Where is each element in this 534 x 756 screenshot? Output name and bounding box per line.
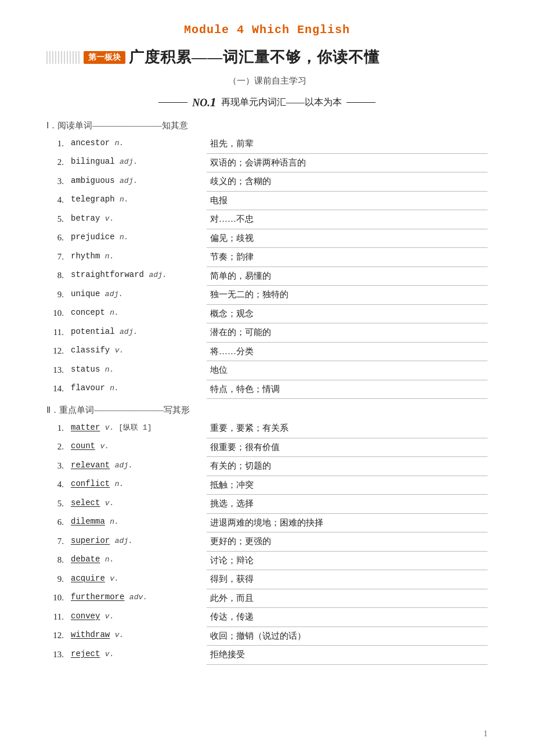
list-item: 10. concept n. 概念；观念 <box>46 304 488 323</box>
item-number: 2. <box>46 438 67 457</box>
item-number: 4. <box>46 191 67 210</box>
section1-header: Ⅰ．阅读单词————————知其意 <box>46 120 488 131</box>
list-item: 1. matter v. [纵联 1] 重要，要紧；有关系 <box>46 419 488 438</box>
item-meaning: 此外，而且 <box>207 589 488 608</box>
list-item: 12. classify v. 将……分类 <box>46 342 488 361</box>
item-meaning: 重要，要紧；有关系 <box>207 419 488 438</box>
list-item: 8. straightforward adj. 简单的，易懂的 <box>46 267 488 286</box>
vocab-table-1: 1. ancestor n. 祖先，前辈 2. bilingual adj. 双… <box>46 135 488 399</box>
item-word: concept n. <box>67 304 207 323</box>
item-number: 5. <box>46 210 67 229</box>
list-item: 4. conflict n. 抵触；冲突 <box>46 476 488 495</box>
list-item: 4. telegraph n. 电报 <box>46 191 488 210</box>
item-meaning: 双语的；会讲两种语言的 <box>207 153 488 172</box>
list-item: 2. bilingual adj. 双语的；会讲两种语言的 <box>46 153 488 172</box>
item-meaning: 收回；撤销（说过的话） <box>207 627 488 646</box>
item-word: relevant adj. <box>67 457 207 476</box>
item-word: dilemma n. <box>67 513 207 532</box>
item-word: flavour n. <box>67 380 207 399</box>
vocab-table-2: 1. matter v. [纵联 1] 重要，要紧；有关系 2. count v… <box>46 419 488 665</box>
item-meaning: 将……分类 <box>207 342 488 361</box>
item-word: convey v. <box>67 608 207 627</box>
item-number: 3. <box>46 172 67 192</box>
item-word: ancestor n. <box>67 135 207 153</box>
item-meaning: 节奏；韵律 <box>207 248 488 267</box>
item-meaning: 歧义的；含糊的 <box>207 172 488 192</box>
list-item: 5. betray v. 对……不忠 <box>46 210 488 229</box>
list-item: 10. furthermore adv. 此外，而且 <box>46 589 488 608</box>
list-item: 8. debate n. 讨论；辩论 <box>46 551 488 570</box>
item-number: 3. <box>46 457 67 476</box>
item-meaning: 偏见；歧视 <box>207 229 488 248</box>
item-number: 10. <box>46 589 67 608</box>
list-item: 13. reject v. 拒绝接受 <box>46 646 488 665</box>
section-banner: 第一板块 广度积累——词汇量不够，你读不懂 <box>46 47 488 67</box>
item-number: 6. <box>46 513 67 532</box>
item-number: 13. <box>46 361 67 380</box>
list-item: 13. status n. 地位 <box>46 361 488 380</box>
item-meaning: 拒绝接受 <box>207 646 488 665</box>
item-number: 2. <box>46 153 67 172</box>
item-number: 7. <box>46 248 67 267</box>
item-word: superior adj. <box>67 532 207 552</box>
item-meaning: 简单的，易懂的 <box>207 267 488 286</box>
item-meaning: 特点，特色；情调 <box>207 380 488 399</box>
item-number: 8. <box>46 551 67 570</box>
item-meaning: 抵触；冲突 <box>207 476 488 495</box>
item-meaning: 概念；观念 <box>207 304 488 323</box>
item-word: select v. <box>67 495 207 514</box>
page-number: 1 <box>484 729 488 739</box>
list-item: 9. acquire v. 得到，获得 <box>46 570 488 589</box>
item-meaning: 传达，传递 <box>207 608 488 627</box>
item-number: 9. <box>46 570 67 589</box>
item-word: conflict n. <box>67 476 207 495</box>
list-item: 12. withdraw v. 收回；撤销（说过的话） <box>46 627 488 646</box>
item-word: reject v. <box>67 646 207 665</box>
item-meaning: 很重要；很有价值 <box>207 438 488 457</box>
item-number: 12. <box>46 342 67 361</box>
item-number: 7. <box>46 532 67 552</box>
item-word: furthermore adv. <box>67 589 207 608</box>
item-number: 11. <box>46 323 67 343</box>
item-number: 11. <box>46 608 67 627</box>
item-meaning: 潜在的；可能的 <box>207 323 488 343</box>
section2-header: Ⅱ．重点单词————————写其形 <box>46 405 488 416</box>
no1-section-title: NO.1 再现单元内词汇——以本为本 <box>46 95 488 110</box>
item-word: telegraph n. <box>67 191 207 210</box>
list-item: 11. potential adj. 潜在的；可能的 <box>46 323 488 343</box>
item-word: ambiguous adj. <box>67 172 207 192</box>
item-meaning: 得到，获得 <box>207 570 488 589</box>
item-number: 6. <box>46 229 67 248</box>
item-word: debate n. <box>67 551 207 570</box>
list-item: 2. count v. 很重要；很有价值 <box>46 438 488 457</box>
right-dash <box>347 102 376 103</box>
item-meaning: 进退两难的境地；困难的抉择 <box>207 513 488 532</box>
list-item: 5. select v. 挑选，选择 <box>46 495 488 514</box>
left-dash <box>158 102 187 103</box>
item-meaning: 祖先，前辈 <box>207 135 488 153</box>
item-meaning: 独一无二的；独特的 <box>207 286 488 305</box>
item-meaning: 地位 <box>207 361 488 380</box>
item-meaning: 有关的；切题的 <box>207 457 488 476</box>
list-item: 14. flavour n. 特点，特色；情调 <box>46 380 488 399</box>
item-number: 13. <box>46 646 67 665</box>
item-number: 12. <box>46 627 67 646</box>
item-word: unique adj. <box>67 286 207 305</box>
list-item: 3. relevant adj. 有关的；切题的 <box>46 457 488 476</box>
item-number: 10. <box>46 304 67 323</box>
item-number: 5. <box>46 495 67 514</box>
banner-text: 广度积累——词汇量不够，你读不懂 <box>129 47 380 67</box>
list-item: 11. convey v. 传达，传递 <box>46 608 488 627</box>
list-item: 3. ambiguous adj. 歧义的；含糊的 <box>46 172 488 192</box>
item-meaning: 电报 <box>207 191 488 210</box>
no1-text: 再现单元内词汇——以本为本 <box>221 96 342 109</box>
item-word: prejudice n. <box>67 229 207 248</box>
item-word: potential adj. <box>67 323 207 343</box>
list-item: 7. rhythm n. 节奏；韵律 <box>46 248 488 267</box>
item-word: count v. <box>67 438 207 457</box>
list-item: 1. ancestor n. 祖先，前辈 <box>46 135 488 153</box>
banner-dots-decoration <box>46 51 81 64</box>
item-word: classify v. <box>67 342 207 361</box>
list-item: 6. prejudice n. 偏见；歧视 <box>46 229 488 248</box>
item-word: straightforward adj. <box>67 267 207 286</box>
